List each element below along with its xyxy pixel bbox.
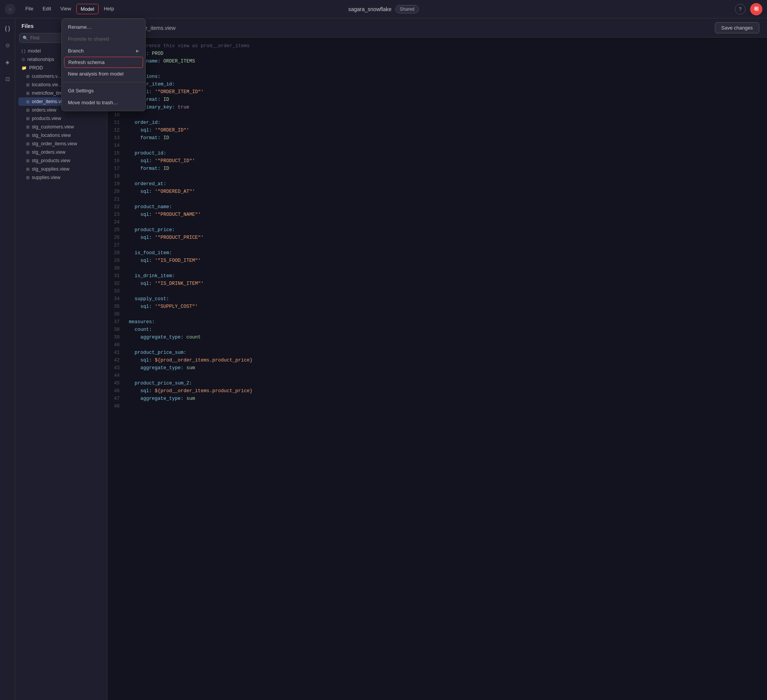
menubar-center: sagara_snowflake Shared — [348, 5, 419, 13]
table-icon: ⊞ — [26, 82, 30, 87]
branch-label: Branch — [68, 48, 84, 54]
relationships-label: relationships — [27, 57, 54, 62]
dropdown-new-analysis[interactable]: New analysis from model — [62, 68, 145, 80]
dropdown-refresh-schema[interactable]: Refresh schema — [64, 57, 143, 68]
sidebar-item-products[interactable]: ⊞ products.view — [18, 114, 104, 123]
icon-rail: { } ⊙ ◈ ⊡ — [0, 18, 15, 700]
table-icon: ⊞ — [26, 74, 30, 79]
prod-label: PROD — [29, 65, 43, 71]
table-icon: ⊞ — [26, 125, 30, 130]
app-body: { } ⊙ ◈ ⊡ Files 🔍 { } model ⊙ relationsh… — [0, 18, 767, 700]
rail-relationships-icon[interactable]: ⊡ — [2, 74, 13, 84]
sidebar: Files 🔍 { } model ⊙ relationships 📁 PROD… — [15, 18, 107, 700]
help-button[interactable]: ? — [735, 4, 746, 15]
avatar[interactable]: 相 — [750, 3, 762, 15]
relationships-icon: ⊙ — [21, 57, 25, 62]
sidebar-item-supplies[interactable]: ⊞ supplies.view — [18, 173, 104, 182]
branch-chevron-icon: ▶ — [136, 49, 139, 53]
table-icon: ⊞ — [26, 99, 30, 104]
table-icon: ⊞ — [26, 167, 30, 172]
table-icon: ⊞ — [26, 175, 30, 180]
menubar-right: ? 相 — [735, 3, 762, 15]
editor-area: PROD / order_items.view Save changes 123… — [107, 18, 767, 700]
save-changes-button[interactable]: Save changes — [715, 22, 759, 33]
table-icon: ⊞ — [26, 158, 30, 163]
sidebar-item-stg-supplies[interactable]: ⊞ stg_supplies.view — [18, 165, 104, 173]
menu-model[interactable]: Model — [76, 4, 98, 14]
table-icon: ⊞ — [26, 150, 30, 155]
rail-files-icon[interactable]: { } — [2, 23, 13, 34]
search-icon: 🔍 — [23, 36, 28, 41]
dropdown-separator — [62, 82, 145, 82]
sidebar-item-stg-order-items[interactable]: ⊞ stg_order_items.view — [18, 140, 104, 148]
sidebar-item-stg-customers[interactable]: ⊞ stg_customers.view — [18, 123, 104, 131]
rail-explore-icon[interactable]: ◈ — [2, 57, 13, 67]
menu-edit[interactable]: Edit — [39, 4, 55, 14]
table-icon: ⊞ — [26, 141, 30, 146]
code-content[interactable]: # Reference this view as prod__order_ite… — [123, 38, 767, 700]
menu-help[interactable]: Help — [100, 4, 118, 14]
app-title: sagara_snowflake — [348, 6, 392, 12]
shared-badge[interactable]: Shared — [395, 5, 419, 13]
menubar: ○ File Edit View Model Help sagara_snowf… — [0, 0, 767, 18]
model-dropdown-menu: Rename… Promote to shared Branch ▶ Refre… — [61, 18, 146, 111]
dropdown-move-trash[interactable]: Move model to trash… — [62, 97, 145, 108]
table-icon: ⊞ — [26, 91, 30, 96]
table-icon: ⊞ — [26, 133, 30, 138]
sidebar-item-stg-locations[interactable]: ⊞ stg_locations.view — [18, 131, 104, 140]
sidebar-item-stg-orders[interactable]: ⊞ stg_orders.view — [18, 148, 104, 156]
rail-history-icon[interactable]: ⊙ — [2, 40, 13, 51]
dropdown-rename[interactable]: Rename… — [62, 21, 145, 33]
dropdown-promote: Promote to shared — [62, 33, 145, 45]
sidebar-item-stg-products[interactable]: ⊞ stg_products.view — [18, 156, 104, 165]
line-numbers: 1234567891011121314151617181920212223242… — [107, 38, 123, 700]
folder-icon: 📁 — [21, 66, 27, 71]
code-editor[interactable]: 1234567891011121314151617181920212223242… — [107, 38, 767, 700]
model-label: model — [28, 48, 41, 54]
menu-file[interactable]: File — [21, 4, 37, 14]
editor-header: PROD / order_items.view Save changes — [107, 18, 767, 38]
table-icon: ⊞ — [26, 116, 30, 121]
dropdown-git-settings[interactable]: Git Settings — [62, 85, 145, 97]
menu-view[interactable]: View — [56, 4, 75, 14]
table-icon: ⊞ — [26, 108, 30, 113]
model-icon: { } — [21, 49, 25, 53]
dropdown-branch[interactable]: Branch ▶ — [62, 45, 145, 57]
app-logo[interactable]: ○ — [5, 4, 15, 15]
